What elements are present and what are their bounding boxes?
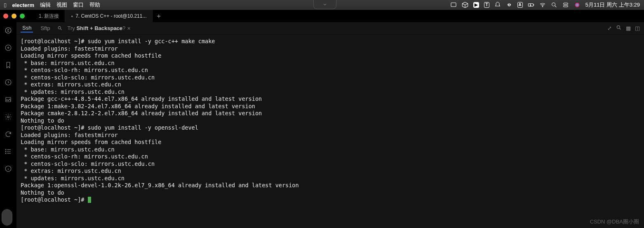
tab-centos[interactable]: ● 7. CentOS C++ - root@10.211... xyxy=(65,10,153,22)
subtab-sftp[interactable]: Sftp xyxy=(39,24,52,32)
apple-menu-icon[interactable]:  xyxy=(4,2,6,9)
split-vertical-icon[interactable]: ◫ xyxy=(635,25,640,31)
hint-shortcut: Shift + Backspace xyxy=(76,25,122,31)
electerm-logo-icon[interactable] xyxy=(4,26,12,35)
svg-rect-0 xyxy=(451,3,456,7)
siri-icon[interactable] xyxy=(574,2,581,8)
svg-point-14 xyxy=(5,153,6,154)
fullscreen-icon[interactable]: ⤢ xyxy=(607,25,612,31)
search-icon[interactable] xyxy=(551,2,557,8)
svg-rect-5 xyxy=(563,5,568,7)
minimize-window-button[interactable] xyxy=(12,14,16,19)
tab-label: 1. 新连接 xyxy=(39,13,59,20)
menu-view[interactable]: 视图 xyxy=(56,1,67,9)
attachment-icon[interactable]: ⚲ xyxy=(56,25,63,32)
search-terminal-icon[interactable] xyxy=(616,25,622,32)
tab-status-dot-icon: ● xyxy=(71,14,73,18)
bell-icon[interactable] xyxy=(494,2,501,8)
window-titlebar: 1. 新连接 ● 7. CentOS C++ - root@10.211... … xyxy=(0,10,644,22)
sync-icon[interactable] xyxy=(4,130,12,138)
svg-point-11 xyxy=(7,116,9,118)
terminal-output[interactable]: [root@localhost ~]# sudo yum install -y … xyxy=(16,35,644,228)
svg-rect-4 xyxy=(563,3,568,4)
scrollbar-pill-icon[interactable] xyxy=(2,209,12,226)
clock[interactable]: 5月11日 周六 上午3:29 xyxy=(585,1,640,9)
text-box-icon[interactable]: T xyxy=(484,2,489,8)
settings-icon[interactable] xyxy=(4,113,12,121)
svg-point-12 xyxy=(5,149,6,150)
battery-charging-icon[interactable] xyxy=(528,2,534,8)
add-icon[interactable] xyxy=(4,44,12,52)
history-icon[interactable] xyxy=(4,78,12,86)
wifi-icon[interactable] xyxy=(539,2,546,8)
maximize-window-button[interactable] xyxy=(20,14,25,19)
infinity-icon[interactable] xyxy=(506,2,512,8)
split-grid-icon[interactable]: ▦ xyxy=(626,25,631,31)
menu-edit[interactable]: 编辑 xyxy=(40,1,51,9)
bookmarks-icon[interactable] xyxy=(4,61,12,69)
svg-point-2 xyxy=(542,6,543,7)
control-center-icon[interactable] xyxy=(562,2,569,8)
tab-label: 7. CentOS C++ - root@10.211... xyxy=(75,13,146,19)
input-a-icon[interactable]: A xyxy=(517,2,523,8)
app-name[interactable]: electerm xyxy=(12,2,34,8)
cast-icon[interactable] xyxy=(450,2,457,8)
hint-q: ? xyxy=(122,25,125,31)
image-icon[interactable] xyxy=(4,95,12,104)
cube-icon[interactable] xyxy=(462,2,468,8)
svg-point-3 xyxy=(552,3,555,6)
csdn-watermark: CSDN @DBA圈小圈 xyxy=(590,218,639,226)
subtab-ssh[interactable]: Ssh xyxy=(21,24,33,33)
svg-point-13 xyxy=(5,151,6,152)
session-subbar: Ssh Sftp ⚲ Try Shift + Backspace?✕ ⤢ ▦ ◫ xyxy=(16,22,644,35)
play-icon[interactable]: ▶ xyxy=(473,2,479,8)
hint-prefix: Try xyxy=(68,25,77,31)
traffic-lights xyxy=(3,14,25,19)
svg-point-6 xyxy=(575,3,579,7)
info-icon[interactable] xyxy=(4,165,12,173)
menu-window[interactable]: 窗口 xyxy=(73,1,84,9)
tab-new-connection[interactable]: 1. 新连接 xyxy=(33,10,65,22)
hint-close-icon[interactable]: ✕ xyxy=(127,26,131,31)
shortcut-hint: Try Shift + Backspace?✕ xyxy=(68,25,131,31)
close-window-button[interactable] xyxy=(3,14,8,19)
mac-menubar:  electerm 编辑 视图 窗口 帮助 ▶ T A 5月11日 周六 上午… xyxy=(0,0,644,10)
new-tab-button[interactable]: ＋ xyxy=(153,10,165,22)
svg-point-16 xyxy=(617,26,620,28)
left-sidebar xyxy=(0,22,16,228)
session-tabs: 1. 新连接 ● 7. CentOS C++ - root@10.211... … xyxy=(33,10,165,22)
mission-control-dropdown-icon[interactable] xyxy=(313,0,336,9)
list-icon[interactable] xyxy=(4,147,12,156)
menu-help[interactable]: 帮助 xyxy=(89,1,100,9)
